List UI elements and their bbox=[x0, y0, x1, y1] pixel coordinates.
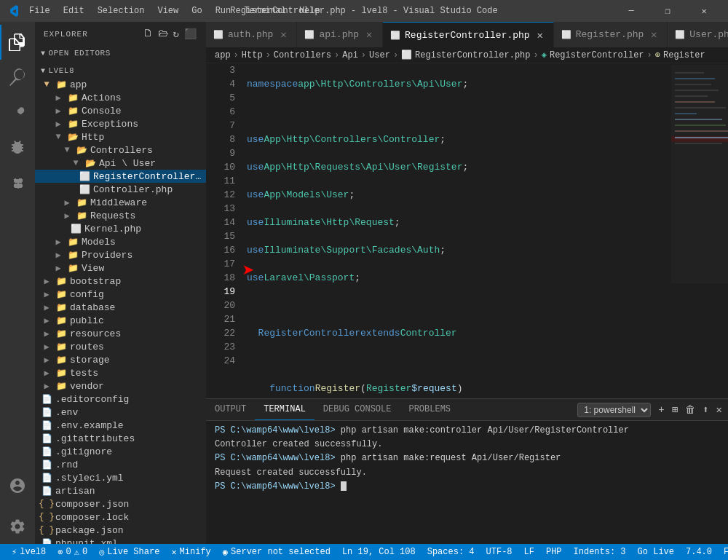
status-language[interactable]: PHP bbox=[540, 547, 568, 557]
maximize-button[interactable]: ❐ bbox=[651, 0, 684, 22]
tree-item-requests[interactable]: ▶ 📁 Requests bbox=[35, 209, 206, 222]
tree-item-routes[interactable]: ▶ 📁 routes bbox=[35, 340, 206, 353]
minimize-button[interactable]: ─ bbox=[614, 0, 648, 22]
tree-item-providers[interactable]: ▶ 📁 Providers bbox=[35, 248, 206, 261]
tree-item-models[interactable]: ▶ 📁 Models bbox=[35, 235, 206, 248]
tab-user[interactable]: ⬜ User.php ✕ bbox=[668, 22, 728, 47]
tree-item-tests[interactable]: ▶ 📁 tests bbox=[35, 366, 206, 379]
tab-close-icon[interactable]: ✕ bbox=[648, 29, 660, 41]
menu-edit[interactable]: Edit bbox=[58, 4, 90, 17]
tree-item-api-user[interactable]: ▼ 📂 Api \ User bbox=[35, 157, 206, 170]
tree-item-controller[interactable]: ⬜ Controller.php bbox=[35, 183, 206, 196]
breadcrumb-app[interactable]: app bbox=[215, 50, 231, 60]
activity-git[interactable] bbox=[0, 95, 35, 130]
tab-close-icon[interactable]: ✕ bbox=[534, 29, 546, 41]
status-errors[interactable]: ⊗ 0 ⚠ 0 bbox=[52, 544, 93, 560]
tree-item-middleware[interactable]: ▶ 📁 Middleware bbox=[35, 196, 206, 209]
breadcrumb-api[interactable]: Api bbox=[342, 50, 358, 60]
tree-item-controllers[interactable]: ▼ 📂 Controllers bbox=[35, 143, 206, 157]
tree-item-phpunit[interactable]: 📄 phpunit.xml bbox=[35, 537, 206, 544]
tree-item-console[interactable]: ▶ 📁 Console bbox=[35, 104, 206, 117]
tree-item-editorconfig[interactable]: 📄 .editorconfig bbox=[35, 393, 206, 406]
new-folder-icon[interactable]: 🗁 bbox=[158, 28, 169, 40]
tab-registercontroller[interactable]: ⬜ RegisterController.php ✕ bbox=[383, 22, 554, 47]
tab-output[interactable]: OUTPUT bbox=[206, 399, 255, 420]
status-cursor[interactable]: Ln 19, Col 108 bbox=[336, 547, 422, 557]
tree-item-styleci[interactable]: 📄 .styleci.yml bbox=[35, 471, 206, 484]
code-content[interactable]: namespace app\Http\Controllers\Api\User;… bbox=[241, 63, 670, 398]
activity-explorer[interactable] bbox=[0, 25, 35, 60]
collapse-icon[interactable]: ⬛ bbox=[184, 28, 197, 40]
activity-debug[interactable] bbox=[0, 130, 35, 165]
tree-item-package-json[interactable]: { } package.json bbox=[35, 524, 206, 537]
status-branch[interactable]: ⚡ lvel8 bbox=[6, 544, 52, 560]
tab-problems[interactable]: PROBLEMS bbox=[400, 399, 459, 420]
breadcrumb-controllers[interactable]: Controllers bbox=[274, 50, 331, 60]
breadcrumb-method[interactable]: Register bbox=[663, 50, 705, 60]
tree-item-app[interactable]: ▼ 📁 app bbox=[35, 78, 206, 91]
tree-item-composer-lock[interactable]: { } composer.lock bbox=[35, 510, 206, 524]
tree-item-http[interactable]: ▼ 📂 Http bbox=[35, 130, 206, 143]
tree-item-composer-json[interactable]: { } composer.json bbox=[35, 497, 206, 510]
tree-item-artisan[interactable]: 📄 artisan bbox=[35, 484, 206, 497]
delete-terminal-icon[interactable]: 🗑 bbox=[685, 404, 695, 416]
tree-item-kernel[interactable]: ⬜ Kernel.php bbox=[35, 222, 206, 235]
status-golive[interactable]: Go Live bbox=[632, 547, 680, 557]
menu-selection[interactable]: Selection bbox=[92, 4, 151, 17]
tab-auth[interactable]: ⬜ auth.php ✕ bbox=[206, 22, 297, 47]
tree-item-gitattributes[interactable]: 📄 .gitattributes bbox=[35, 432, 206, 445]
menu-go[interactable]: Go bbox=[186, 4, 207, 17]
status-server[interactable]: ◉ Server not selected bbox=[217, 544, 336, 560]
tab-close-icon[interactable]: ✕ bbox=[363, 29, 375, 41]
activity-search[interactable] bbox=[0, 60, 35, 95]
tab-debug-console[interactable]: DEBUG CONSOLE bbox=[314, 399, 400, 420]
menu-file[interactable]: File bbox=[23, 4, 56, 17]
tree-item-env-example[interactable]: 📄 .env.example bbox=[35, 419, 206, 432]
tab-register[interactable]: ⬜ Register.php ✕ bbox=[554, 22, 668, 47]
add-terminal-icon[interactable]: + bbox=[658, 404, 664, 416]
maximize-panel-icon[interactable]: ⬆ bbox=[703, 403, 708, 416]
status-liveshare[interactable]: ◎ Live Share bbox=[93, 544, 165, 560]
status-phpversion[interactable]: 7.4.0 bbox=[680, 547, 718, 557]
tab-terminal[interactable]: TERMINAL bbox=[255, 399, 314, 420]
breadcrumb-class[interactable]: RegisterController bbox=[550, 50, 644, 60]
tree-item-bootstrap[interactable]: ▶ 📁 bootstrap bbox=[35, 275, 206, 288]
open-editors-header[interactable]: ▼ OPEN EDITORS bbox=[35, 46, 206, 60]
status-encoding[interactable]: UTF-8 bbox=[480, 547, 518, 557]
split-terminal-icon[interactable]: ⊞ bbox=[672, 403, 678, 416]
close-panel-icon[interactable]: ✕ bbox=[716, 403, 722, 416]
refresh-icon[interactable]: ↻ bbox=[173, 28, 180, 40]
activity-account[interactable] bbox=[0, 468, 35, 503]
activity-settings[interactable] bbox=[0, 509, 35, 544]
tree-item-vendor[interactable]: ▶ 📁 vendor bbox=[35, 379, 206, 393]
tree-item-gitignore[interactable]: 📄 .gitignore bbox=[35, 445, 206, 458]
tab-close-icon[interactable]: ✕ bbox=[277, 29, 289, 41]
new-file-icon[interactable]: 🗋 bbox=[143, 28, 154, 40]
tree-item-database[interactable]: ▶ 📁 database bbox=[35, 301, 206, 314]
tree-item-env[interactable]: 📄 .env bbox=[35, 406, 206, 419]
terminal-content[interactable]: PS C:\wamp64\www\lvel8> php artisan make… bbox=[206, 421, 728, 544]
tree-item-public[interactable]: ▶ 📁 public bbox=[35, 314, 206, 327]
breadcrumb-user[interactable]: User bbox=[369, 50, 390, 60]
tree-item-resources[interactable]: ▶ 📁 resources bbox=[35, 327, 206, 340]
tab-api[interactable]: ⬜ api.php ✕ bbox=[297, 22, 383, 47]
tree-item-view[interactable]: ▶ 📁 View bbox=[35, 261, 206, 275]
status-spaces[interactable]: Spaces: 4 bbox=[422, 547, 480, 557]
menu-view[interactable]: View bbox=[151, 4, 184, 17]
project-header[interactable]: ▼ LVEL8 bbox=[35, 63, 206, 78]
status-eol[interactable]: LF bbox=[518, 547, 540, 557]
close-button[interactable]: ✕ bbox=[687, 0, 721, 22]
tree-item-exceptions[interactable]: ▶ 📁 Exceptions bbox=[35, 117, 206, 130]
tree-item-registercontroller[interactable]: ⬜ RegisterController.php bbox=[35, 170, 206, 183]
breadcrumb-file[interactable]: RegisterController.php bbox=[415, 50, 530, 60]
tree-item-actions[interactable]: ▶ 📁 Actions bbox=[35, 91, 206, 104]
terminal-select[interactable]: 1: powershell bbox=[577, 403, 651, 417]
status-formatting[interactable]: Formatting: ... bbox=[718, 547, 728, 557]
tree-item-config[interactable]: ▶ 📁 config bbox=[35, 288, 206, 301]
status-indents[interactable]: Indents: 3 bbox=[568, 547, 632, 557]
tree-item-rnd[interactable]: 📄 .rnd bbox=[35, 458, 206, 471]
breadcrumb-http[interactable]: Http bbox=[242, 50, 263, 60]
tree-item-storage[interactable]: ▶ 📁 storage bbox=[35, 353, 206, 366]
activity-extensions[interactable] bbox=[0, 165, 35, 200]
status-minify[interactable]: ✕ Minify bbox=[165, 544, 216, 560]
